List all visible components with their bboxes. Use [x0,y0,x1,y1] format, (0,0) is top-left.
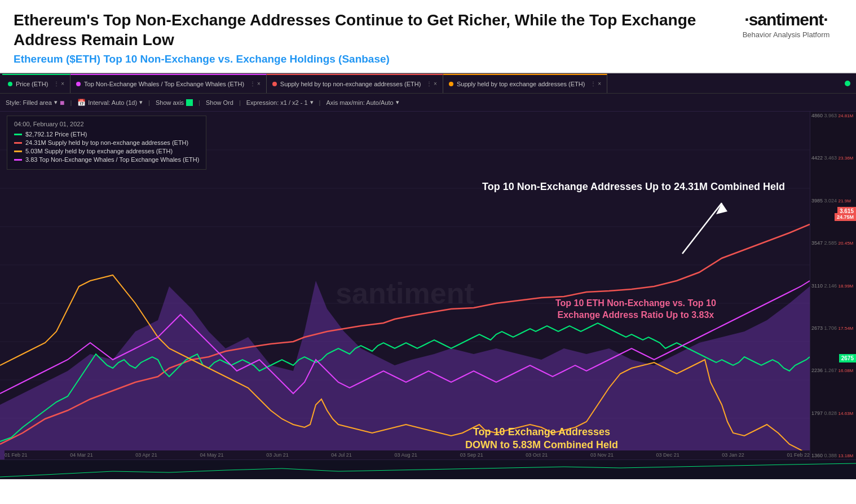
divider-2: | [148,99,150,106]
x-label-8: 03 Oct 21 [526,452,548,458]
mini-chart [0,459,856,479]
show-axis-checkbox[interactable] [186,99,193,106]
style-chevron: ▾ [54,99,58,106]
interval-chevron: ▾ [139,99,143,106]
legend-color-ratio [14,159,22,161]
tab-supply-non-exchange[interactable]: Supply held by top non-exchange addresse… [267,74,443,93]
legend-item-price: $2,792.12 Price (ETH) [14,131,199,138]
expression-chevron: ▾ [310,99,314,106]
y-axis-right: 4860 3.963 24.81M 4422 3.463 23.36M 3985… [810,112,856,459]
tab-supply-non-exchange-close[interactable]: ⋮ × [426,81,437,87]
divider-1: | [70,99,72,106]
annotation-non-exchange: Top 10 Non-Exchange Addresses Up to 24.3… [482,180,785,193]
tab-price[interactable]: Price (ETH) ⋮ × [2,74,70,93]
tab-supply-non-exchange-dot [272,82,277,86]
show-ord-label: Show Ord [206,99,233,106]
style-selector[interactable]: Style: Filled area ▾ ■ [6,98,64,107]
badge-24-75m: 24.75M [835,213,856,221]
annotation-exchange-down: Top 10 Exchange Addresses DOWN to 5.83M … [465,426,618,452]
calendar-icon: 📅 [77,99,86,107]
y-label-5: 2673 1.706 17.54M [811,325,855,331]
header: Ethereum's Top Non-Exchange Addresses Co… [0,0,856,73]
interval-label: Interval: Auto (1d) [88,99,137,106]
tab-non-exchange-close[interactable]: ⋮ × [250,81,261,87]
y-label-4: 3110 2.146 18.99M [811,283,855,289]
badge-2675: 2675 [839,354,856,362]
x-label-6: 03 Aug 21 [394,452,417,458]
x-label-1: 04 Mar 21 [70,452,93,458]
x-label-5: 04 Jul 21 [331,452,352,458]
x-label-4: 03 Jun 21 [266,452,289,458]
annotation-ratio: Top 10 ETH Non-Exchange vs. Top 10 Excha… [555,298,716,321]
axis-minmax-selector[interactable]: Axis max/min: Auto/Auto ▾ [326,99,399,106]
y-label-3: 3547 2.585 20.45M [811,240,855,246]
x-label-3: 04 May 21 [200,452,223,458]
legend-text-price: $2,792.12 Price (ETH) [25,131,87,138]
legend-text-non-exchange: 24.31M Supply held by top non-exchange a… [25,139,188,146]
y-label-1: 4422 3.463 23.36M [811,155,855,161]
legend-item-non-exchange: 24.31M Supply held by top non-exchange a… [14,139,199,146]
tab-supply-exchange-dot [449,82,453,86]
svg-line-10 [682,203,722,254]
legend-color-exchange-supply [14,151,22,152]
tab-supply-exchange[interactable]: Supply held by top exchange addresses (E… [443,74,607,93]
santiment-logo: ·santiment· [744,10,827,29]
divider-4: | [239,99,241,106]
legend-item-exchange-supply: 5.03M Supply held by top exchange addres… [14,148,199,154]
style-color-swatch: ■ [60,98,64,107]
tab-price-dot [8,82,12,86]
y-label-8: 1360 0.388 13.18M [811,453,855,458]
svg-text:santiment: santiment [336,277,474,310]
style-label: Style: Filled area [6,99,52,106]
tab-non-exchange-dot [76,82,81,86]
interval-selector[interactable]: 📅 Interval: Auto (1d) ▾ [77,99,143,107]
legend-color-non-exchange [14,142,22,144]
chart-area: Price (ETH) ⋮ × Top Non-Exchange Whales … [0,73,856,479]
x-label-10: 03 Dec 21 [656,452,679,458]
y-label-0: 4860 3.963 24.81M [811,113,855,118]
show-ord-toggle[interactable]: Show Ord [206,99,233,106]
tab-price-close[interactable]: ⋮ × [54,81,64,87]
show-axis-toggle[interactable]: Show axis [156,99,193,106]
tab-supply-exchange-label: Supply held by top exchange addresses (E… [457,81,585,87]
x-label-2: 03 Apr 21 [135,452,157,458]
legend-color-price [14,134,22,135]
expression-selector[interactable]: Expression: x1 / x2 - 1 ▾ [246,99,314,106]
y-label-7: 1797 0.828 14.63M [811,410,855,416]
axis-chevron: ▾ [396,99,399,106]
tab-supply-non-exchange-label: Supply held by top non-exchange addresse… [280,81,421,87]
legend-text-exchange-supply: 5.03M Supply held by top exchange addres… [25,148,173,154]
legend-date: 04:00, February 01, 2022 [14,121,199,127]
toolbar: Style: Filled area ▾ ■ | 📅 Interval: Aut… [0,94,856,112]
x-axis: 01 Feb 21 04 Mar 21 03 Apr 21 04 May 21 … [5,450,810,459]
legend-item-ratio: 3.83 Top Non-Exchange Whales / Top Excha… [14,156,199,163]
x-label-12: 01 Feb 22 [787,452,810,458]
page-subtitle: Ethereum ($ETH) Top 10 Non-Exchange vs. … [14,53,730,65]
arrow-non-exchange [677,197,733,265]
santiment-tagline: Behavior Analysis Platform [743,30,830,39]
header-right: ·santiment· Behavior Analysis Platform [730,10,842,39]
divider-3: | [198,99,200,106]
axis-label: Axis max/min: Auto/Auto [326,99,393,106]
expression-label: Expression: x1 / x2 - 1 [246,99,308,106]
tab-non-exchange-whales[interactable]: Top Non-Exchange Whales / Top Exchange W… [70,74,267,93]
legend-box: 04:00, February 01, 2022 $2,792.12 Price… [7,116,206,170]
x-label-9: 03 Nov 21 [590,452,614,458]
x-label-7: 03 Sep 21 [460,452,483,458]
x-label-11: 03 Jan 22 [722,452,744,458]
x-label-0: 01 Feb 21 [5,452,28,458]
tab-price-label: Price (ETH) [16,81,48,87]
tab-non-exchange-label: Top Non-Exchange Whales / Top Exchange W… [84,81,244,87]
legend-text-ratio: 3.83 Top Non-Exchange Whales / Top Excha… [25,156,199,163]
page-title: Ethereum's Top Non-Exchange Addresses Co… [14,10,730,50]
divider-5: | [319,99,321,106]
header-left: Ethereum's Top Non-Exchange Addresses Co… [14,10,730,65]
y-label-2: 3985 3.024 21.9M [811,198,855,204]
tab-bar: Price (ETH) ⋮ × Top Non-Exchange Whales … [0,73,856,94]
show-axis-label: Show axis [156,99,184,106]
y-label-6: 2236 1.267 16.08M [811,368,855,373]
live-indicator [845,81,850,86]
tab-supply-exchange-close[interactable]: ⋮ × [590,81,601,87]
